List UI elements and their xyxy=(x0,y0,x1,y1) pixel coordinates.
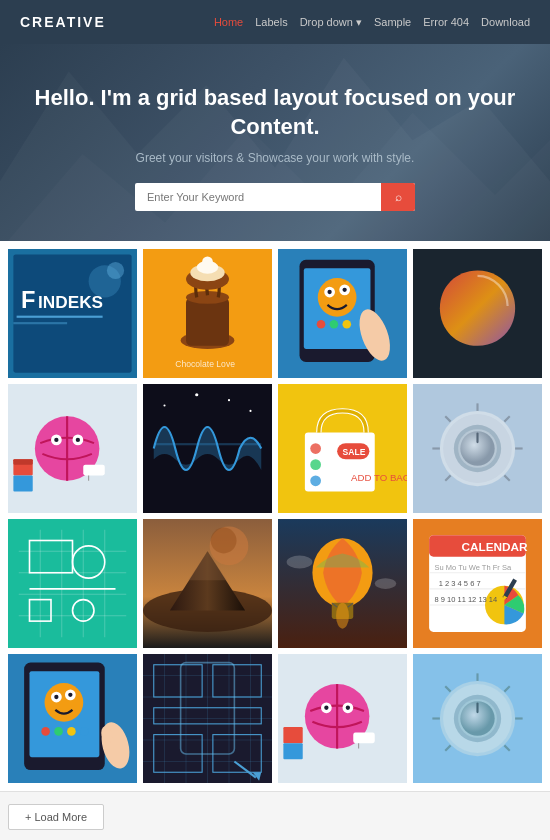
svg-point-120 xyxy=(54,727,63,736)
svg-point-36 xyxy=(76,438,80,442)
grid-item-4[interactable] xyxy=(413,249,542,378)
svg-text:Chocolate Love: Chocolate Love xyxy=(175,359,235,369)
grid-item-14[interactable] xyxy=(143,654,272,783)
svg-point-96 xyxy=(287,556,313,569)
site-header: CREATIVE Home Labels Drop down ▾ Sample … xyxy=(0,0,550,44)
portfolio-grid: F INDEKS xyxy=(8,249,542,783)
portfolio-grid-section: F INDEKS xyxy=(0,241,550,791)
svg-point-27 xyxy=(343,320,352,329)
grid-item-6[interactable] xyxy=(143,384,272,513)
hero-section: Hello. I'm a grid based layout focused o… xyxy=(0,44,550,241)
svg-point-119 xyxy=(41,727,50,736)
hero-subtitle: Greet your visitors & Showcase your work… xyxy=(20,151,530,165)
svg-point-46 xyxy=(195,393,198,396)
nav-labels[interactable]: Labels xyxy=(255,16,287,28)
svg-text:Su Mo Tu We Th Fr Sa: Su Mo Tu We Th Fr Sa xyxy=(435,563,512,572)
grid-item-15[interactable] xyxy=(278,654,407,783)
svg-rect-150 xyxy=(353,733,375,744)
svg-point-20 xyxy=(318,278,357,317)
nav-error[interactable]: Error 404 xyxy=(423,16,469,28)
nav-dropdown[interactable]: Drop down ▾ xyxy=(300,16,362,29)
svg-text:8  9 10 11 12 13 14: 8 9 10 11 12 13 14 xyxy=(435,595,498,604)
svg-point-45 xyxy=(228,399,230,401)
svg-point-117 xyxy=(54,695,58,699)
svg-point-44 xyxy=(163,405,165,407)
svg-rect-5 xyxy=(13,322,67,324)
svg-text:CALENDAR: CALENDAR xyxy=(461,540,528,554)
search-icon: ⌕ xyxy=(395,190,402,204)
svg-point-7 xyxy=(107,262,124,279)
svg-text:F: F xyxy=(21,287,35,313)
svg-rect-41 xyxy=(13,476,32,492)
search-input[interactable] xyxy=(135,183,415,211)
svg-point-26 xyxy=(330,320,339,329)
nav-home[interactable]: Home xyxy=(214,16,243,28)
load-more-button[interactable]: + Load More xyxy=(8,804,104,830)
svg-point-89 xyxy=(211,528,237,554)
svg-point-25 xyxy=(317,320,326,329)
svg-point-55 xyxy=(310,476,321,487)
svg-point-24 xyxy=(343,288,347,292)
svg-rect-70 xyxy=(8,519,137,648)
svg-rect-152 xyxy=(283,727,302,743)
grid-item-2[interactable]: Chocolate Love xyxy=(143,249,272,378)
svg-point-47 xyxy=(249,410,251,412)
grid-item-10[interactable] xyxy=(143,519,272,648)
svg-rect-37 xyxy=(83,465,105,476)
main-nav: Home Labels Drop down ▾ Sample Error 404… xyxy=(214,16,530,29)
load-more-section: + Load More xyxy=(0,791,550,840)
svg-point-114 xyxy=(45,683,84,722)
grid-item-9[interactable] xyxy=(8,519,137,648)
svg-point-35 xyxy=(54,438,58,442)
svg-point-54 xyxy=(310,459,321,470)
hero-title: Hello. I'm a grid based layout focused o… xyxy=(20,84,530,141)
grid-item-3[interactable] xyxy=(278,249,407,378)
nav-download[interactable]: Download xyxy=(481,16,530,28)
grid-item-16[interactable] xyxy=(413,654,542,783)
svg-point-149 xyxy=(346,706,350,710)
grid-item-1[interactable]: F INDEKS xyxy=(8,249,137,378)
search-bar: ⌕ xyxy=(135,183,415,211)
site-logo: CREATIVE xyxy=(20,14,106,30)
svg-rect-4 xyxy=(17,316,103,318)
grid-item-13[interactable] xyxy=(8,654,137,783)
svg-rect-40 xyxy=(13,459,32,464)
svg-rect-153 xyxy=(283,743,302,759)
svg-point-95 xyxy=(336,603,349,629)
grid-item-5[interactable] xyxy=(8,384,137,513)
nav-sample[interactable]: Sample xyxy=(374,16,411,28)
svg-point-122 xyxy=(80,727,89,736)
svg-text:1  2  3  4  5  6  7: 1 2 3 4 5 6 7 xyxy=(439,579,481,588)
svg-text:INDEKS: INDEKS xyxy=(38,292,103,312)
svg-text:SALE: SALE xyxy=(343,447,366,457)
grid-item-12[interactable]: CALENDAR Su Mo Tu We Th Fr Sa 1 2 3 4 5 … xyxy=(413,519,542,648)
search-button[interactable]: ⌕ xyxy=(381,183,415,211)
svg-point-118 xyxy=(68,693,72,697)
grid-item-11[interactable] xyxy=(278,519,407,648)
svg-rect-10 xyxy=(186,298,229,346)
grid-item-8[interactable] xyxy=(413,384,542,513)
svg-point-148 xyxy=(324,706,328,710)
svg-point-23 xyxy=(327,290,331,294)
svg-point-97 xyxy=(375,578,397,589)
svg-point-53 xyxy=(310,443,321,454)
svg-point-121 xyxy=(67,727,76,736)
svg-point-15 xyxy=(202,257,213,268)
svg-text:ADD TO BAG: ADD TO BAG xyxy=(351,472,407,483)
grid-item-7[interactable]: SALE ADD TO BAG xyxy=(278,384,407,513)
